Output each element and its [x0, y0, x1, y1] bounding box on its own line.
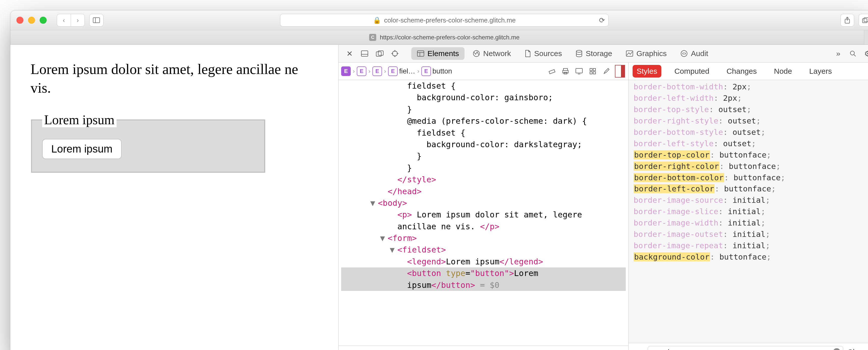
overflow-tabs-icon[interactable]: »	[832, 47, 844, 60]
filter-input[interactable]: ⊜ color ✕	[648, 346, 843, 350]
share-button[interactable]	[840, 14, 854, 27]
tab-network[interactable]: Network	[467, 47, 517, 60]
svg-rect-33	[593, 72, 595, 74]
tab-layers[interactable]: Layers	[805, 65, 836, 78]
close-window-button[interactable]	[17, 17, 24, 24]
dom-line[interactable]: }	[341, 150, 626, 162]
css-property-row[interactable]: border-left-width: 2px;	[633, 92, 868, 104]
dom-tree[interactable]: fieldset { background-color: gainsboro; …	[339, 80, 628, 346]
dom-line[interactable]: @media (prefers-color-scheme: dark) {	[341, 115, 626, 127]
classes-toggle[interactable]: Classes	[847, 348, 868, 350]
forward-button[interactable]: ›	[71, 14, 85, 27]
svg-rect-4	[863, 19, 867, 23]
svg-rect-8	[376, 52, 381, 56]
url-text: color-scheme-prefers-color-scheme.glitch…	[384, 17, 516, 24]
tab-styles[interactable]: Styles	[632, 65, 661, 78]
breadcrumb-item[interactable]: E	[372, 66, 382, 76]
dom-line[interactable]: ancillae ne vis. </p>	[341, 221, 626, 232]
address-bar[interactable]: 🔒 color-scheme-prefers-color-scheme.glit…	[280, 14, 609, 27]
device-icon[interactable]	[573, 65, 585, 77]
tab-bar: C https://color-scheme-prefers-color-sch…	[10, 30, 868, 45]
svg-rect-32	[590, 72, 592, 74]
inspect-element-icon[interactable]	[389, 47, 401, 60]
tab-computed[interactable]: Computed	[671, 65, 713, 78]
svg-rect-28	[576, 68, 582, 73]
tabs-overview-button[interactable]	[859, 14, 868, 27]
dom-line[interactable]: <legend>Lorem ipsum</legend>	[341, 256, 626, 267]
dock-bottom-icon[interactable]	[358, 47, 371, 60]
svg-rect-0	[93, 18, 100, 23]
svg-point-19	[576, 50, 582, 52]
svg-line-23	[854, 55, 856, 56]
ruler-icon[interactable]	[546, 65, 558, 77]
dom-line[interactable]: background-color: gainsboro;	[341, 92, 626, 103]
search-icon[interactable]	[846, 47, 859, 60]
css-property-row[interactable]: border-image-slice: initial;	[633, 206, 868, 217]
css-property-row[interactable]: border-bottom-style: outset;	[633, 126, 868, 138]
dock-window-icon[interactable]	[373, 47, 386, 60]
reload-icon[interactable]: ⟳	[599, 16, 605, 25]
dom-panel: E› E› E› Efiel…› Ebutton	[339, 63, 628, 350]
fullscreen-window-button[interactable]	[40, 17, 47, 24]
inspector-toolbar: ✕ Elements Network Sources Storage Graph…	[339, 45, 868, 63]
paintbrush-icon[interactable]	[600, 65, 612, 77]
tab-node[interactable]: Node	[770, 65, 796, 78]
clear-filter-icon[interactable]: ✕	[833, 348, 840, 350]
dom-line[interactable]: ▼<body>	[341, 197, 626, 209]
dom-line[interactable]: }	[341, 162, 626, 174]
css-property-row[interactable]: border-bottom-width: 2px;	[633, 81, 868, 92]
print-icon[interactable]	[560, 65, 571, 77]
demo-button[interactable]: Lorem ipsum	[42, 139, 122, 159]
console-prompt[interactable]: >	[339, 346, 628, 350]
breadcrumb-item[interactable]: Ebutton	[422, 66, 452, 76]
dom-line[interactable]: </style>	[341, 174, 626, 185]
dom-line[interactable]: fieldset {	[341, 80, 626, 92]
svg-point-22	[850, 51, 855, 55]
tab-elements[interactable]: Elements	[411, 47, 465, 60]
dom-line[interactable]: background-color: darkslategray;	[341, 139, 626, 150]
tab-graphics[interactable]: Graphics	[620, 47, 672, 60]
breadcrumb-item[interactable]: E	[341, 66, 351, 76]
paragraph-text: Lorem ipsum dolor sit amet, legere ancil…	[31, 60, 318, 97]
close-inspector-icon[interactable]: ✕	[343, 47, 356, 60]
new-tab-button[interactable]: ＋	[864, 30, 868, 45]
right-panel-toggle-icon[interactable]	[614, 65, 626, 77]
css-property-row[interactable]: border-right-style: outset;	[633, 115, 868, 126]
css-properties-list[interactable]: border-bottom-width: 2px;border-left-wid…	[628, 80, 868, 343]
css-property-row[interactable]: border-right-color: buttonface;	[633, 161, 868, 172]
minimize-window-button[interactable]	[28, 17, 35, 24]
grid-icon[interactable]	[587, 65, 598, 77]
css-property-row[interactable]: border-left-color: buttonface;	[633, 183, 868, 195]
back-button[interactable]: ‹	[57, 14, 71, 27]
dom-line[interactable]: </head>	[341, 185, 626, 197]
styles-footer: ＋ ⊜ color ✕ Classes	[628, 343, 868, 350]
css-property-row[interactable]: background-color: buttonface;	[633, 251, 868, 263]
css-property-row[interactable]: border-image-outset: initial;	[633, 229, 868, 240]
css-property-row[interactable]: border-image-repeat: initial;	[633, 240, 868, 251]
css-property-row[interactable]: border-bottom-color: buttonface;	[633, 172, 868, 183]
tab-changes[interactable]: Changes	[722, 65, 761, 78]
dom-line[interactable]: <p> Lorem ipsum dolor sit amet, legere	[341, 209, 626, 221]
dom-line[interactable]: <button type="button">Lorem	[341, 267, 626, 279]
dom-line[interactable]: ▼<fieldset>	[341, 244, 626, 256]
css-property-row[interactable]: border-left-style: outset;	[633, 138, 868, 149]
breadcrumb-item[interactable]: E	[357, 66, 366, 76]
css-property-row[interactable]: border-top-color: buttonface;	[633, 149, 868, 161]
svg-rect-30	[590, 68, 592, 71]
add-rule-button[interactable]: ＋	[632, 347, 644, 350]
dom-line[interactable]: }	[341, 104, 626, 115]
tab-audit[interactable]: Audit	[675, 47, 714, 60]
tab-sources[interactable]: Sources	[519, 47, 567, 60]
dom-line[interactable]: fieldset {	[341, 127, 626, 139]
svg-point-18	[473, 51, 479, 57]
dom-line[interactable]: ipsum</button> = $0	[341, 279, 626, 291]
css-property-row[interactable]: border-image-width: initial;	[633, 217, 868, 229]
css-property-row[interactable]: border-image-source: initial;	[633, 195, 868, 206]
dom-line[interactable]: ▼<form>	[341, 232, 626, 244]
tab-title[interactable]: https://color-scheme-prefers-color-schem…	[380, 34, 520, 41]
tab-storage[interactable]: Storage	[570, 47, 618, 60]
sidebar-toggle-button[interactable]	[89, 14, 103, 27]
css-property-row[interactable]: border-top-style: outset;	[633, 104, 868, 115]
breadcrumb-item[interactable]: Efiel…	[388, 66, 415, 76]
settings-gear-icon[interactable]: ⚙	[861, 47, 868, 60]
